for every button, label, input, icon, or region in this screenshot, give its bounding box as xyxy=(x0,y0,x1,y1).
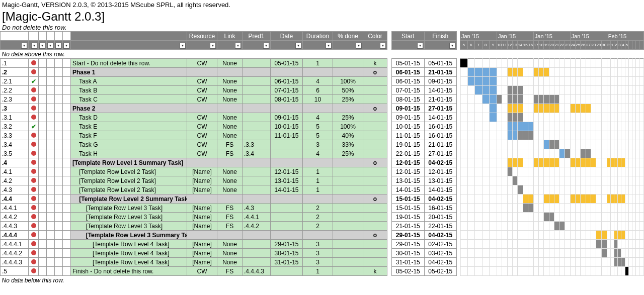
resource-cell[interactable]: CW xyxy=(187,77,217,86)
done-cell[interactable] xyxy=(333,249,363,258)
gantt-cell[interactable] xyxy=(528,113,533,122)
gantt-cell[interactable] xyxy=(576,204,581,213)
table-row[interactable]: 31-01-1504-02-15 xyxy=(392,258,457,267)
task-cell[interactable]: Task A xyxy=(71,77,187,86)
finish-cell[interactable]: 09-01-15 xyxy=(424,77,457,86)
gantt-row[interactable] xyxy=(460,213,644,222)
gantt-cell[interactable] xyxy=(467,222,475,231)
gantt-cell[interactable] xyxy=(544,176,549,185)
col-duration[interactable]: Duration xyxy=(303,32,333,41)
done-cell[interactable] xyxy=(333,185,363,194)
gantt-cell[interactable] xyxy=(636,167,639,176)
gantt-cell[interactable] xyxy=(544,68,549,77)
gantt-cell[interactable] xyxy=(618,122,621,131)
gantt-cell[interactable] xyxy=(639,194,644,204)
color-cell[interactable]: o xyxy=(363,231,387,240)
gantt-cell[interactable] xyxy=(591,77,596,86)
gantt-cell[interactable] xyxy=(528,59,533,68)
gantt-cell[interactable] xyxy=(523,176,528,185)
ryg-cell[interactable] xyxy=(29,204,39,213)
gantt-cell[interactable] xyxy=(614,258,618,267)
gantt-cell[interactable] xyxy=(581,231,586,240)
gantt-cell[interactable] xyxy=(614,222,618,231)
gantt-cell[interactable] xyxy=(610,95,614,104)
gantt-cell[interactable] xyxy=(565,113,570,122)
gantt-cell[interactable] xyxy=(591,194,596,204)
gantt-cell[interactable] xyxy=(528,95,533,104)
duration-cell[interactable]: 1 xyxy=(303,176,333,185)
gantt-cell[interactable] xyxy=(460,204,468,213)
resource-cell[interactable]: [Name] xyxy=(187,258,217,267)
gantt-cell[interactable] xyxy=(581,158,586,167)
start-cell[interactable]: 22-01-15 xyxy=(392,149,425,158)
gantt-cell[interactable] xyxy=(490,59,497,68)
gantt-cell[interactable] xyxy=(614,131,618,140)
gantt-cell[interactable] xyxy=(632,59,636,68)
date-cell[interactable]: 09-01-15 xyxy=(271,113,303,122)
wbs-cell[interactable]: .4.3 xyxy=(1,185,29,194)
gantt-cell[interactable] xyxy=(544,122,549,131)
gantt-cell[interactable] xyxy=(581,140,586,149)
gantt-cell[interactable] xyxy=(460,122,468,131)
gantt-cell[interactable] xyxy=(467,194,475,204)
gantt-cell[interactable] xyxy=(601,131,607,140)
gantt-cell[interactable] xyxy=(614,104,618,113)
gantt-cell[interactable] xyxy=(636,68,639,77)
gantt-row[interactable] xyxy=(460,158,644,167)
table-row[interactable]: 11-01-1516-01-15 xyxy=(392,131,457,140)
gantt-row[interactable] xyxy=(460,240,644,249)
gantt-cell[interactable] xyxy=(502,104,507,113)
gantt-cell[interactable] xyxy=(628,149,632,158)
gantt-cell[interactable] xyxy=(586,131,591,140)
task-cell[interactable]: Phase 1 xyxy=(71,68,187,77)
color-cell[interactable] xyxy=(363,86,387,95)
gantt-cell[interactable] xyxy=(539,213,544,222)
gantt-cell[interactable] xyxy=(628,231,632,240)
gantt-cell[interactable] xyxy=(632,249,636,258)
gantt-cell[interactable] xyxy=(610,231,614,240)
gantt-cell[interactable] xyxy=(539,122,544,131)
gantt-cell[interactable] xyxy=(581,222,586,231)
gantt-cell[interactable] xyxy=(497,77,502,86)
pred-cell[interactable] xyxy=(243,249,271,258)
gantt-cell[interactable] xyxy=(523,213,528,222)
table-row[interactable]: 30-01-1503-02-15 xyxy=(392,249,457,258)
gantt-cell[interactable] xyxy=(565,167,570,176)
gantt-cell[interactable] xyxy=(581,240,586,249)
gantt-cell[interactable] xyxy=(565,104,570,113)
gantt-cell[interactable] xyxy=(507,113,512,122)
gantt-cell[interactable] xyxy=(528,149,533,158)
gantt-cell[interactable] xyxy=(502,213,507,222)
gantt-cell[interactable] xyxy=(523,149,528,158)
gantt-cell[interactable] xyxy=(570,240,575,249)
table-row[interactable]: .4.2 [Template Row Level 2 Task][Name]No… xyxy=(1,176,387,185)
gantt-cell[interactable] xyxy=(628,176,632,185)
gantt-cell[interactable] xyxy=(596,122,601,131)
gantt-cell[interactable] xyxy=(610,68,614,77)
gantt-cell[interactable] xyxy=(570,176,575,185)
color-cell[interactable]: k xyxy=(363,267,387,276)
gantt-cell[interactable] xyxy=(621,258,625,267)
gantt-cell[interactable] xyxy=(533,122,538,131)
col-resource[interactable]: Resource xyxy=(187,32,217,41)
pred-cell[interactable]: .4.4.2 xyxy=(243,222,271,231)
gantt-cell[interactable] xyxy=(518,77,523,86)
gantt-cell[interactable] xyxy=(596,222,601,231)
gantt-cell[interactable] xyxy=(639,68,644,77)
gantt-cell[interactable] xyxy=(614,113,618,122)
gantt-cell[interactable] xyxy=(586,258,591,267)
gantt-cell[interactable] xyxy=(625,167,628,176)
gantt-cell[interactable] xyxy=(502,185,507,194)
table-row[interactable]: .2Phase 1o xyxy=(1,68,387,77)
gantt-cell[interactable] xyxy=(502,267,507,276)
gantt-cell[interactable] xyxy=(482,149,490,158)
gantt-cell[interactable] xyxy=(475,194,482,204)
wbs-cell[interactable]: .4.4.1 xyxy=(1,204,29,213)
ryg-cell[interactable] xyxy=(29,131,39,140)
gantt-cell[interactable] xyxy=(533,222,538,231)
gantt-cell[interactable] xyxy=(618,258,621,267)
gantt-cell[interactable] xyxy=(596,249,601,258)
table-row[interactable]: .4.4.4.3 [Template Row Level 4 Task][Nam… xyxy=(1,258,387,267)
gantt-cell[interactable] xyxy=(565,267,570,276)
gantt-cell[interactable] xyxy=(554,222,559,231)
